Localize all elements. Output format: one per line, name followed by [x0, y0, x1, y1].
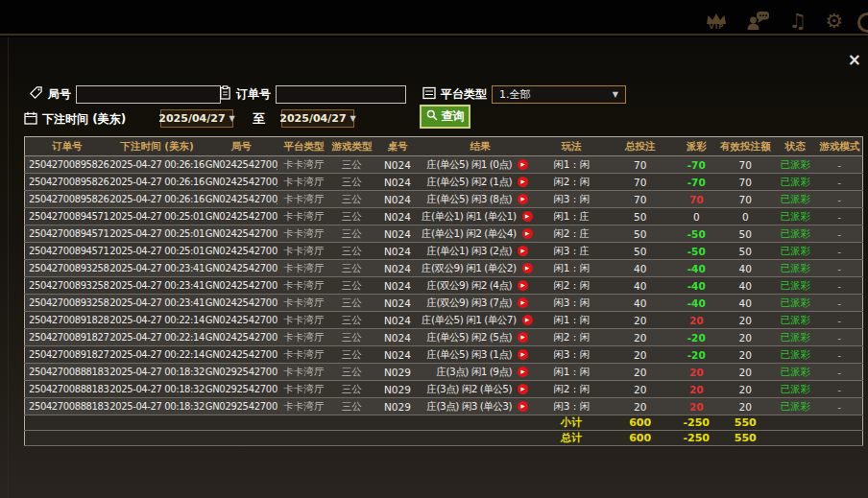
replay-play-icon[interactable]: ▶ — [518, 401, 528, 412]
game-no-input[interactable] — [76, 85, 221, 104]
date-to-select[interactable]: 2025/04/27 ▼ — [281, 109, 354, 128]
settings-gear-icon[interactable]: ⚙ — [825, 12, 843, 32]
cell-order-no: 250427008945715 — [25, 243, 109, 260]
cell-game-mode: - — [816, 243, 862, 260]
cell-platform: 卡卡湾厅 — [277, 260, 330, 277]
replay-play-icon[interactable]: ▶ — [518, 280, 528, 291]
order-no-input[interactable] — [276, 85, 406, 104]
total-row: 总计600-250550 — [25, 431, 863, 446]
replay-play-icon[interactable]: ▶ — [518, 384, 528, 394]
replay-play-icon[interactable]: ▶ — [522, 263, 533, 273]
subtotal-row: 小计600-250550 — [25, 415, 863, 431]
replay-play-icon[interactable]: ▶ — [518, 297, 528, 308]
column-header: 结果 — [422, 137, 539, 156]
cell-status: 已派彩 — [774, 381, 816, 398]
vip-crown-icon[interactable]: VIP — [705, 12, 728, 31]
customer-service-icon[interactable] — [746, 11, 770, 33]
game-no-filter: 局号 — [29, 84, 221, 104]
search-button[interactable]: 查询 — [420, 105, 470, 129]
cell-game-mode: - — [816, 329, 862, 346]
column-header: 状态 — [774, 137, 816, 156]
cell-bet-time: 2025-04-27 00:18:32 — [109, 364, 205, 381]
replay-play-icon[interactable]: ▶ — [518, 177, 528, 187]
cell-game-type: 三公 — [330, 346, 374, 364]
cell-payout: -70 — [676, 156, 716, 174]
cell-game-mode: - — [816, 381, 862, 398]
summary-valid-bet: 550 — [716, 431, 774, 446]
result-text: 庄(单公5) 闲2 (5点) — [426, 331, 512, 343]
replay-play-icon[interactable]: ▶ — [522, 228, 533, 239]
table-row: 2504270089325852025-04-27 00:23:41GN0242… — [25, 277, 863, 295]
cell-table-no: N024 — [374, 174, 422, 191]
music-icon[interactable]: ♫ — [788, 12, 807, 32]
close-icon[interactable]: × — [848, 52, 861, 68]
cell-payout: -40 — [676, 260, 716, 277]
vip-label: VIP — [709, 24, 724, 31]
column-header: 平台类型 — [277, 137, 330, 156]
cell — [774, 415, 862, 431]
date-from-select[interactable]: 2025/04/27 ▼ — [160, 109, 233, 128]
cell-platform: 卡卡湾厅 — [277, 208, 330, 225]
cell-platform: 卡卡湾厅 — [277, 381, 330, 398]
cell-bet-time: 2025-04-27 00:23:41 — [109, 260, 205, 277]
cell-valid-bet: 50 — [716, 225, 774, 243]
replay-play-icon[interactable]: ▶ — [518, 246, 528, 256]
cell-order-no: 250427008918280 — [25, 312, 109, 329]
table-row: 2504270089457152025-04-27 00:25:01GN0242… — [25, 243, 863, 260]
cell-order-no: 250427008918278 — [25, 346, 109, 364]
platform-type-select[interactable]: 1.全部 ▼ — [492, 85, 626, 104]
table-row: 2504270089182792025-04-27 00:22:14GN0242… — [25, 329, 863, 346]
cell-payout: -70 — [676, 174, 716, 191]
cell-game-mode: - — [816, 346, 862, 364]
cell-platform: 卡卡湾厅 — [277, 312, 330, 329]
summary-total-bet: 600 — [604, 431, 676, 446]
replay-play-icon[interactable]: ▶ — [518, 194, 528, 204]
cell-table-no: N029 — [374, 364, 422, 381]
cell-game-type: 三公 — [330, 329, 374, 346]
replay-play-icon[interactable]: ▶ — [522, 315, 533, 325]
table-row: 2504270089182782025-04-27 00:22:14GN0242… — [25, 346, 863, 364]
result-text: 庄(双公9) 闲3 (7点) — [426, 296, 512, 308]
replay-play-icon[interactable]: ▶ — [518, 332, 528, 343]
cell-table-no: N024 — [374, 243, 422, 260]
cell-game-no: GN0242542700J — [205, 156, 277, 174]
cell-valid-bet: 50 — [716, 243, 774, 260]
cell-bet-time: 2025-04-27 00:18:32 — [109, 381, 205, 398]
cell-payout: -50 — [676, 243, 716, 260]
cell-total-bet: 20 — [604, 312, 676, 329]
records-table: 订单号下注时间 (美东)局号平台类型游戏类型桌号结果玩法总投注派彩有效投注额状态… — [24, 136, 863, 446]
column-header: 局号 — [205, 137, 277, 156]
column-header: 派彩 — [676, 137, 716, 156]
replay-play-icon[interactable]: ▶ — [518, 159, 528, 170]
cell-table-no: N029 — [374, 398, 422, 415]
cell-status: 已派彩 — [774, 277, 816, 295]
cell-total-bet: 70 — [604, 174, 676, 191]
replay-play-icon[interactable]: ▶ — [518, 349, 528, 360]
replay-play-icon[interactable]: ▶ — [518, 367, 528, 377]
cell-game-no: GN0242542700G — [205, 329, 277, 346]
result-text: 庄(单公5) 闲1 (0点) — [426, 158, 512, 170]
replay-play-icon[interactable]: ▶ — [522, 211, 533, 222]
cell-order-no: 250427008958263 — [25, 156, 109, 174]
cell-payout: 20 — [676, 364, 716, 381]
summary-total-bet: 600 — [604, 415, 676, 431]
result-text: 庄(3点) 闲2 (单公5) — [426, 383, 512, 394]
summary-payout: -250 — [676, 431, 716, 446]
chevron-down-icon: ▼ — [613, 90, 618, 99]
cell-game-no: GN0242542700I — [205, 208, 277, 225]
cell-platform: 卡卡湾厅 — [277, 277, 330, 295]
table-row: 2504270088818302025-04-27 00:18:32GN0292… — [25, 398, 863, 415]
cell-status: 已派彩 — [774, 312, 816, 329]
result-text: 庄(单公1) 闲3 (2点) — [426, 245, 512, 256]
date-from-value: 2025/04/27 — [158, 112, 225, 125]
cell-play: 闲1 : 庄 — [539, 208, 604, 225]
table-header-row: 订单号下注时间 (美东)局号平台类型游戏类型桌号结果玩法总投注派彩有效投注额状态… — [25, 137, 863, 156]
cell-bet-time: 2025-04-27 00:26:16 — [109, 174, 205, 191]
cell-payout: -40 — [676, 295, 716, 312]
summary-label: 总计 — [539, 431, 604, 446]
help-icon[interactable] — [857, 12, 868, 33]
cell-play: 闲2 : 闲 — [539, 329, 604, 346]
table-row: 2504270089582612025-04-27 00:26:16GN0242… — [25, 174, 863, 191]
cell-payout: 20 — [676, 381, 716, 398]
column-header: 游戏类型 — [330, 137, 374, 156]
